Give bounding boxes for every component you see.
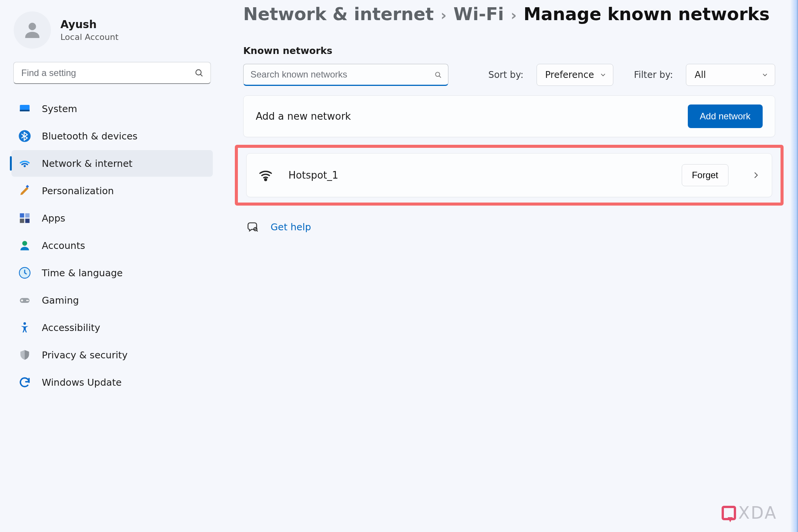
watermark-logo-icon [722, 506, 736, 520]
svg-point-0 [28, 23, 36, 30]
sidebar-item-label: Privacy & security [42, 350, 128, 361]
sidebar: Ayush Local Account System Bluetooth & d… [0, 0, 224, 532]
sidebar-item-gaming[interactable]: Gaming [11, 287, 213, 314]
watermark-text: XDA [738, 503, 777, 522]
sidebar-item-label: Bluetooth & devices [42, 131, 138, 142]
svg-point-10 [22, 241, 27, 246]
person-colored-icon [18, 239, 31, 252]
bluetooth-icon [18, 130, 31, 142]
annotation-highlight: Hotspot_1 Forget [235, 145, 784, 206]
add-network-card: Add a new network Add network [243, 95, 775, 137]
paintbrush-icon [18, 184, 31, 197]
breadcrumb-mid[interactable]: Wi-Fi [453, 4, 504, 24]
sidebar-item-label: Windows Update [42, 377, 122, 388]
sidebar-item-bluetooth[interactable]: Bluetooth & devices [11, 123, 213, 149]
breadcrumb-root[interactable]: Network & internet [243, 4, 434, 24]
get-help-link[interactable]: Get help [271, 222, 311, 233]
chevron-down-icon [761, 71, 769, 79]
svg-line-2 [200, 74, 202, 76]
svg-rect-6 [20, 213, 24, 217]
svg-rect-8 [20, 218, 24, 223]
chevron-right-icon[interactable] [751, 171, 760, 180]
add-network-title: Add a new network [256, 111, 351, 122]
sidebar-item-label: Accounts [42, 240, 85, 251]
svg-point-18 [265, 179, 267, 180]
sidebar-item-label: Apps [42, 213, 65, 224]
sidebar-item-accounts[interactable]: Accounts [11, 232, 213, 259]
sidebar-item-update[interactable]: Windows Update [11, 369, 213, 396]
wifi-icon [258, 168, 273, 183]
sidebar-search [13, 62, 211, 84]
sidebar-item-label: Gaming [42, 295, 79, 306]
sidebar-item-accessibility[interactable]: Accessibility [11, 314, 213, 341]
sidebar-item-personalization[interactable]: Personalization [11, 177, 213, 204]
accessibility-icon [18, 321, 31, 334]
apps-icon [18, 212, 31, 225]
filter-value: All [695, 70, 706, 80]
sidebar-item-label: Personalization [42, 185, 114, 196]
chevron-right-icon: › [511, 7, 517, 24]
shield-icon [18, 348, 31, 361]
svg-point-13 [26, 300, 27, 301]
svg-point-14 [27, 300, 28, 301]
sidebar-item-label: System [42, 103, 77, 114]
sidebar-item-label: Network & internet [42, 158, 133, 169]
sort-dropdown[interactable]: Preference [537, 64, 614, 86]
person-icon [22, 19, 43, 41]
svg-point-1 [196, 70, 201, 75]
update-icon [18, 376, 31, 389]
known-network-row[interactable]: Hotspot_1 Forget [246, 153, 772, 197]
section-title: Known networks [243, 45, 775, 56]
sidebar-item-network[interactable]: Network & internet [11, 150, 213, 177]
avatar [14, 11, 51, 49]
svg-rect-4 [20, 110, 30, 111]
svg-point-16 [435, 72, 440, 76]
search-networks-wrap [243, 64, 448, 86]
help-icon [247, 221, 259, 233]
sort-value: Preference [545, 70, 594, 80]
sidebar-nav: System Bluetooth & devices Network & int… [11, 95, 213, 396]
wifi-icon [18, 157, 31, 170]
add-network-button[interactable]: Add network [688, 104, 763, 128]
sidebar-item-label: Time & language [42, 268, 123, 279]
watermark: XDA [722, 503, 777, 522]
window-edge-decoration [790, 0, 798, 532]
sidebar-item-label: Accessibility [42, 322, 100, 333]
profile-subtitle: Local Account [60, 32, 119, 42]
controls-row: Sort by: Preference Filter by: All [243, 64, 775, 86]
gamepad-icon [18, 294, 31, 307]
sidebar-item-privacy[interactable]: Privacy & security [11, 342, 213, 368]
globe-clock-icon [18, 266, 31, 279]
search-networks-input[interactable] [243, 64, 448, 86]
chevron-right-icon: › [441, 7, 447, 24]
svg-point-15 [24, 322, 26, 325]
svg-line-17 [439, 76, 441, 78]
search-icon [194, 68, 204, 78]
sidebar-item-time[interactable]: Time & language [11, 260, 213, 286]
profile-block[interactable]: Ayush Local Account [11, 8, 213, 58]
sidebar-item-system[interactable]: System [11, 95, 213, 122]
main-content: Network & internet › Wi-Fi › Manage know… [224, 0, 798, 532]
filter-label: Filter by: [634, 70, 673, 80]
network-name: Hotspot_1 [288, 169, 338, 181]
profile-name: Ayush [60, 18, 119, 31]
breadcrumb: Network & internet › Wi-Fi › Manage know… [243, 0, 775, 24]
get-help-row[interactable]: Get help [247, 221, 775, 233]
sidebar-search-input[interactable] [13, 62, 211, 84]
breadcrumb-current: Manage known networks [524, 4, 770, 24]
forget-button[interactable]: Forget [682, 164, 728, 186]
sort-label: Sort by: [488, 70, 524, 80]
sidebar-item-apps[interactable]: Apps [11, 205, 213, 231]
chevron-down-icon [599, 71, 607, 79]
svg-rect-9 [25, 218, 29, 223]
svg-rect-7 [25, 213, 29, 217]
filter-dropdown[interactable]: All [686, 64, 775, 86]
monitor-icon [18, 102, 31, 115]
search-icon [434, 71, 442, 79]
